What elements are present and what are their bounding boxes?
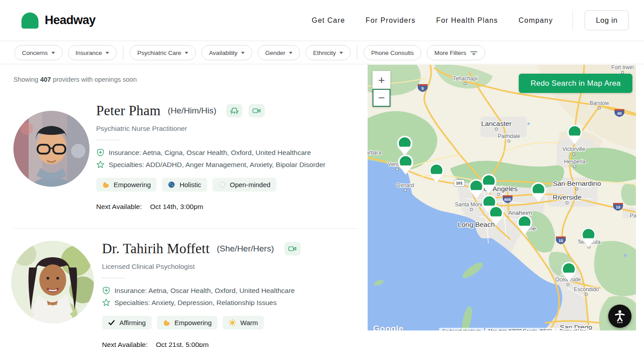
- nav-company[interactable]: Company: [519, 17, 553, 25]
- city-label: Victorville: [562, 146, 585, 152]
- thought-icon: [218, 181, 226, 188]
- city-dot: [495, 128, 497, 130]
- city-label: Santa Barbara: [368, 150, 381, 156]
- filter-label: Psychiatric Care: [137, 50, 181, 56]
- filter-more-filters[interactable]: More Filters: [427, 45, 485, 60]
- filter-availability[interactable]: Availability: [201, 45, 252, 60]
- provider-photo-illustration: [13, 111, 89, 187]
- globe-icon: [168, 181, 175, 188]
- city-label: Barstow: [589, 100, 609, 106]
- filter-label: Phone Consults: [371, 50, 414, 56]
- city-label: Escondido: [574, 286, 599, 293]
- headway-logo[interactable]: Headway: [21, 13, 96, 29]
- filter-psychiatric-care[interactable]: Psychiatric Care: [130, 45, 196, 60]
- filter-concerns[interactable]: Concerns: [14, 45, 63, 60]
- filter-label: Insurance: [76, 50, 102, 56]
- filter-label: Concerns: [22, 50, 48, 56]
- specialties-row: Specialties: ADD/ADHD, Anger Management,…: [96, 160, 358, 169]
- check-icon: [108, 319, 115, 326]
- insurance-row: Insurance: Aetna, Cigna, Oscar Health, O…: [96, 148, 358, 157]
- star-icon: [96, 160, 105, 169]
- city-label: Lancaster: [481, 120, 512, 127]
- map-data-attribution[interactable]: Map data ©2022 Google, INEGI: [485, 328, 555, 330]
- trait-badge-warm: Warm: [223, 316, 263, 330]
- zoom-in-button[interactable]: +: [373, 71, 390, 89]
- google-logo[interactable]: Google: [373, 324, 403, 330]
- city-label: Anaheim: [508, 209, 532, 216]
- keyboard-shortcuts-link[interactable]: Keyboard shortcuts: [439, 328, 484, 330]
- filter-label: Gender: [265, 50, 285, 56]
- filter-phone-consults[interactable]: Phone Consults: [364, 45, 421, 60]
- provider-pronouns: (He/Him/His): [168, 106, 216, 116]
- accessibility-widget-button[interactable]: [608, 305, 631, 328]
- filter-bar: Concerns Insurance Psychiatric Care Avai…: [0, 42, 644, 64]
- trait-badge-holistic: Holistic: [162, 178, 207, 192]
- provider-name[interactable]: Peter Pham: [96, 103, 161, 119]
- insurance-list: Aetna, Cigna, Oscar Health, Oxford, Unit…: [143, 149, 311, 156]
- map-attribution: Keyboard shortcuts Map data ©2022 Google…: [439, 328, 589, 330]
- insurance-row: Insurance: Aetna, Oscar Health, Oxford, …: [102, 286, 358, 295]
- svg-text:605: 605: [504, 197, 511, 202]
- city-dot: [464, 82, 466, 84]
- trait-label: Warm: [240, 319, 258, 326]
- provider-card-peter-pham[interactable]: Peter Pham (He/Him/His) Psychiatric Nurs…: [13, 83, 358, 229]
- divider: [96, 140, 119, 140]
- provider-results-list: Showing 407 providers with openings soon: [13, 64, 358, 347]
- trait-label: Empowering: [114, 181, 151, 188]
- chevron-down-icon: [185, 52, 188, 54]
- star-icon: [102, 298, 110, 307]
- nav-get-care[interactable]: Get Care: [312, 17, 345, 25]
- city-label: San Bernardino: [553, 180, 601, 187]
- map-panel: Fort IrwinTehachapiBarstowLancasterPalmd…: [368, 65, 636, 330]
- svg-text:101: 101: [456, 181, 462, 185]
- city-dot: [404, 189, 406, 191]
- city-dot: [567, 283, 569, 285]
- provider-photo[interactable]: [11, 241, 94, 323]
- specialties-row: Specialties: Anxiety, Depression, Relati…: [102, 298, 358, 307]
- provider-name[interactable]: Dr. Tahirih Moffett: [102, 241, 210, 257]
- divider: [102, 278, 125, 278]
- svg-text:5: 5: [421, 86, 424, 91]
- city-label: Fort Irwin: [611, 65, 634, 71]
- trait-badge-affirming: Affirming: [102, 316, 152, 330]
- in-person-badge: [226, 104, 242, 117]
- next-available-row: Next Available: Oct 14th, 3:00pm: [96, 203, 358, 211]
- sun-icon: [229, 319, 236, 326]
- specialties-label: Specialties:: [114, 299, 150, 306]
- provider-photo[interactable]: [13, 111, 89, 187]
- city-dot: [585, 293, 587, 295]
- headway-provider-search-page: Headway Get Care For Providers For Healt…: [0, 0, 644, 347]
- insurance-label: Insurance:: [114, 287, 147, 294]
- city-label: Oxnard: [396, 182, 414, 188]
- trait-label: Affirming: [119, 319, 146, 326]
- provider-card-tahirih-moffett[interactable]: Dr. Tahirih Moffett (She/Her/Hers) Licen…: [13, 229, 358, 347]
- nav-for-health-plans[interactable]: For Health Plans: [436, 17, 498, 25]
- insurance-list: Aetna, Oscar Health, Oxford, United Heal…: [148, 287, 295, 294]
- city-label: Hesperia: [564, 159, 585, 165]
- accessibility-person-icon: [613, 309, 627, 323]
- chevron-down-icon: [51, 52, 55, 54]
- trait-badge-open-minded: Open-minded: [212, 178, 276, 192]
- results-count: 407: [40, 76, 51, 83]
- nav-for-providers[interactable]: For Providers: [366, 17, 416, 25]
- zoom-out-button[interactable]: −: [373, 89, 390, 107]
- results-suffix: providers with openings soon: [51, 76, 137, 83]
- muscle-icon: [163, 319, 170, 326]
- map-canvas[interactable]: Fort IrwinTehachapiBarstowLancasterPalmd…: [368, 65, 636, 330]
- redo-search-button[interactable]: Redo Search in Map Area: [519, 74, 632, 93]
- city-label: Tehachapi: [453, 75, 478, 82]
- city-dot: [621, 71, 623, 73]
- site-header: Headway Get Care For Providers For Healt…: [0, 0, 644, 41]
- filter-insurance[interactable]: Insurance: [68, 45, 117, 60]
- filter-ethnicity[interactable]: Ethnicity: [305, 45, 351, 60]
- chevron-down-icon: [241, 52, 245, 54]
- video-camera-icon: [252, 107, 261, 115]
- next-available-label: Next Available:: [102, 341, 148, 347]
- filter-gender[interactable]: Gender: [258, 45, 300, 60]
- filter-group-divider: [357, 46, 357, 59]
- login-button[interactable]: Log in: [585, 10, 629, 30]
- terms-of-use-link[interactable]: Terms of Use: [556, 328, 589, 330]
- trait-label: Holistic: [179, 181, 201, 188]
- video-badge: [284, 242, 301, 255]
- next-available-label: Next Available:: [96, 203, 142, 210]
